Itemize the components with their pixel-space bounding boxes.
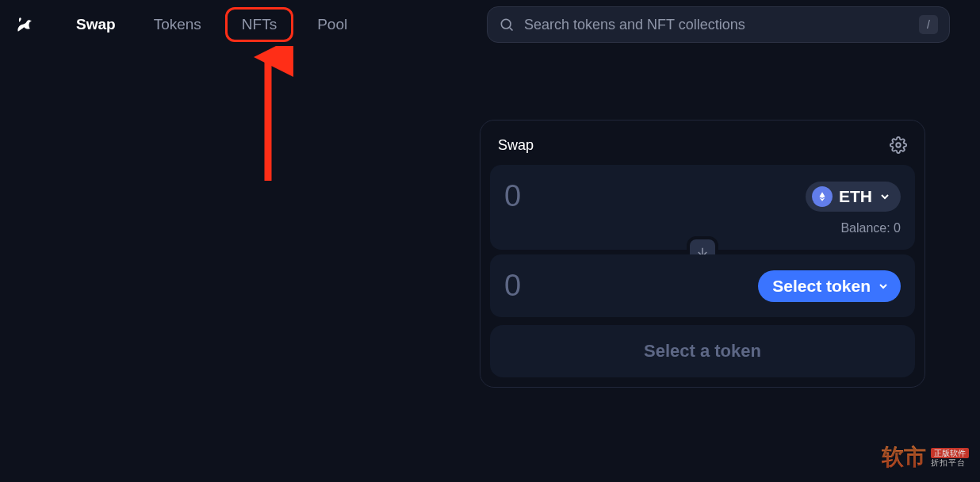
chevron-down-icon bbox=[879, 190, 891, 203]
search-input[interactable] bbox=[524, 17, 909, 33]
main-nav: Swap Tokens NFTs Pool bbox=[62, 7, 362, 42]
app-logo bbox=[11, 13, 35, 36]
svg-point-0 bbox=[501, 19, 511, 29]
nav-tokens[interactable]: Tokens bbox=[140, 10, 216, 40]
nav-swap[interactable]: Swap bbox=[62, 10, 130, 40]
to-token-selector[interactable]: Select token bbox=[758, 270, 901, 302]
to-amount-input[interactable] bbox=[504, 269, 722, 303]
watermark: 软市 正版软件 折扣平台 bbox=[882, 442, 969, 472]
svg-point-3 bbox=[896, 143, 901, 147]
from-token-symbol: ETH bbox=[839, 187, 872, 206]
select-token-label: Select token bbox=[772, 277, 871, 296]
swap-card: Swap ETH Balance: 0 bbox=[480, 120, 925, 388]
search-icon bbox=[499, 17, 515, 33]
search-bar[interactable]: / bbox=[487, 6, 950, 43]
from-balance-label: Balance: 0 bbox=[504, 221, 901, 235]
top-bar: Swap Tokens NFTs Pool / bbox=[0, 0, 980, 49]
nav-nfts[interactable]: NFTs bbox=[225, 7, 293, 42]
swap-to-panel: Select token bbox=[490, 254, 915, 317]
from-amount-input[interactable] bbox=[504, 179, 722, 213]
watermark-tag: 正版软件 折扣平台 bbox=[931, 448, 969, 467]
unicorn-icon bbox=[11, 13, 35, 36]
swap-cta-button[interactable]: Select a token bbox=[490, 325, 915, 377]
annotation-arrow-icon bbox=[254, 46, 293, 189]
ethereum-icon bbox=[812, 186, 833, 207]
from-token-selector[interactable]: ETH bbox=[806, 182, 901, 212]
svg-line-1 bbox=[510, 28, 513, 31]
watermark-text: 软市 bbox=[882, 442, 926, 472]
swap-header: Swap bbox=[490, 130, 915, 165]
swap-title: Swap bbox=[498, 137, 534, 154]
search-shortcut-badge: / bbox=[919, 15, 938, 34]
chevron-down-icon bbox=[877, 280, 890, 293]
gear-icon[interactable] bbox=[890, 136, 907, 154]
nav-pool[interactable]: Pool bbox=[303, 10, 362, 40]
